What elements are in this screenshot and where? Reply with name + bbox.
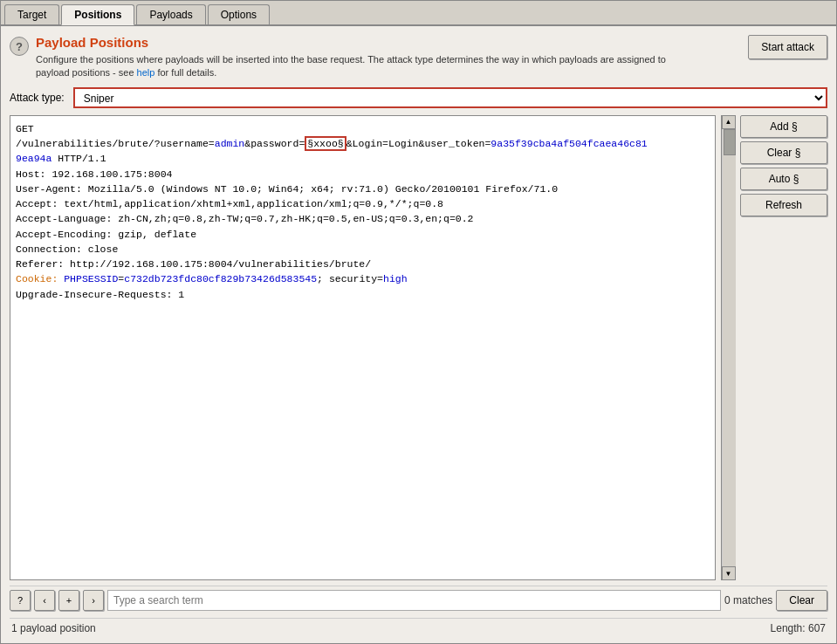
clear-section-button[interactable]: Clear § <box>740 141 827 164</box>
scroll-track[interactable] <box>722 129 736 566</box>
search-bar: ? ‹ + › 0 matches Clear <box>10 586 827 614</box>
tab-bar: Target Positions Payloads Options <box>1 1 836 26</box>
page-title: Payload Positions <box>36 35 699 50</box>
title-block: Payload Positions Configure the position… <box>36 35 699 80</box>
help-icon[interactable]: ? <box>10 37 29 56</box>
payload-marker: §xxoo§ <box>305 136 346 151</box>
search-matches: 0 matches <box>724 594 772 606</box>
add-section-button[interactable]: Add § <box>740 115 827 138</box>
start-attack-button[interactable]: Start attack <box>748 35 827 59</box>
scroll-up-btn[interactable]: ▲ <box>722 115 736 129</box>
req-line1: GET /vulnerabilities/brute/?username=adm… <box>16 123 648 300</box>
search-input[interactable] <box>107 590 721 611</box>
status-bar: 1 payload position Length: 607 <box>10 618 827 634</box>
editor-scrollbar: ▲ ▼ <box>721 115 735 580</box>
attack-type-row: Attack type: Sniper Battering ram Pitchf… <box>10 87 827 108</box>
auto-section-button[interactable]: Auto § <box>740 168 827 190</box>
payload-position-status: 1 payload position <box>11 622 96 634</box>
scroll-down-btn[interactable]: ▼ <box>722 566 736 580</box>
search-add-button[interactable]: + <box>58 590 79 611</box>
tab-target[interactable]: Target <box>4 4 59 24</box>
editor-area: GET /vulnerabilities/brute/?username=adm… <box>10 115 827 580</box>
tab-payloads[interactable]: Payloads <box>136 4 205 24</box>
length-status: Length: 607 <box>771 622 826 634</box>
tab-positions[interactable]: Positions <box>61 4 134 25</box>
search-prev-button[interactable]: ‹ <box>34 590 55 611</box>
right-buttons: Add § Clear § Auto § Refresh <box>740 115 827 580</box>
refresh-button[interactable]: Refresh <box>740 194 827 216</box>
tab-options[interactable]: Options <box>208 4 270 24</box>
header-left: ? Payload Positions Configure the positi… <box>10 35 699 80</box>
main-content: ? Payload Positions Configure the positi… <box>1 26 836 643</box>
main-window: Target Positions Payloads Options ? Payl… <box>0 0 837 644</box>
attack-type-label: Attack type: <box>10 92 65 104</box>
text-editor-wrapper: GET /vulnerabilities/brute/?username=adm… <box>10 115 716 580</box>
clear-search-button[interactable]: Clear <box>776 590 827 611</box>
request-editor[interactable]: GET /vulnerabilities/brute/?username=adm… <box>10 116 715 579</box>
search-help-button[interactable]: ? <box>10 590 31 611</box>
attack-type-select-wrapper: Sniper Battering ram Pitchfork Cluster b… <box>73 87 827 108</box>
help-link[interactable]: help <box>137 67 155 78</box>
scroll-thumb[interactable] <box>724 129 736 155</box>
attack-type-select[interactable]: Sniper Battering ram Pitchfork Cluster b… <box>73 87 827 108</box>
search-next-button[interactable]: › <box>83 590 104 611</box>
description-text: Configure the positions where payloads w… <box>36 53 699 80</box>
header-row: ? Payload Positions Configure the positi… <box>10 35 827 80</box>
